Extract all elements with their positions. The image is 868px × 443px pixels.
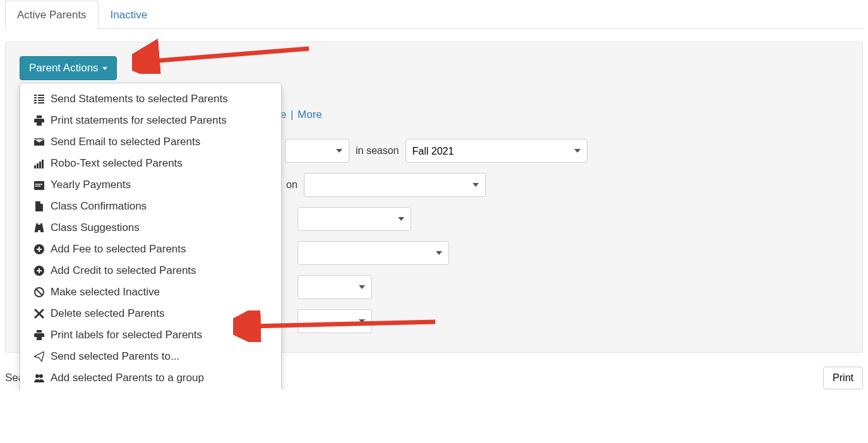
menu-yearly-payments[interactable]: Yearly Payments — [20, 174, 281, 196]
svg-rect-3 — [38, 97, 44, 98]
menu-label: Add Fee to selected Parents — [51, 243, 186, 256]
svg-rect-9 — [37, 163, 39, 168]
svg-point-29 — [39, 374, 43, 378]
menu-make-inactive[interactable]: Make selected Inactive — [20, 281, 281, 303]
menu-send-statements[interactable]: Send Statements to selected Parents — [20, 88, 281, 110]
menu-label: Delete selected Parents — [51, 307, 165, 320]
filter-select-on[interactable] — [304, 173, 486, 197]
svg-rect-14 — [37, 184, 39, 185]
menu-print-labels[interactable]: Print labels for selected Parents — [20, 324, 281, 346]
svg-rect-1 — [38, 95, 44, 96]
signal-icon — [34, 158, 44, 168]
parent-actions-button[interactable]: Parent Actions — [20, 56, 117, 80]
menu-label: Send selected Parents to... — [51, 350, 179, 363]
svg-rect-17 — [35, 186, 37, 187]
svg-rect-6 — [34, 102, 37, 103]
menu-label: Make selected Inactive — [51, 286, 160, 298]
svg-line-27 — [36, 289, 42, 295]
svg-rect-13 — [35, 184, 37, 185]
menu-add-fee[interactable]: Add Fee to selected Parents — [20, 239, 281, 260]
group-icon — [34, 373, 44, 383]
print-icon — [34, 115, 44, 126]
print-icon — [34, 330, 44, 340]
menu-label: Add selected Parents to a group — [51, 372, 204, 384]
svg-rect-25 — [37, 270, 42, 271]
separator: | — [289, 109, 294, 121]
plus-circle-icon — [34, 266, 44, 276]
menu-class-confirmations[interactable]: Class Confirmations — [20, 196, 281, 217]
envelope-icon — [34, 137, 44, 147]
menu-label: Add Credit to selected Parents — [51, 264, 196, 277]
menu-label: Class Suggestions — [51, 222, 140, 234]
print-button[interactable]: Print — [823, 367, 863, 389]
remove-icon — [34, 309, 44, 319]
svg-rect-2 — [34, 97, 37, 98]
svg-rect-5 — [38, 100, 44, 101]
filter-select-class[interactable] — [285, 139, 349, 163]
svg-rect-22 — [37, 249, 42, 250]
menu-send-to[interactable]: Send selected Parents to... — [20, 346, 281, 367]
svg-rect-7 — [38, 102, 44, 103]
filter-select-season[interactable]: Fall 2021 — [406, 139, 588, 163]
menu-print-statements[interactable]: Print statements for selected Parents — [20, 110, 281, 131]
parent-actions-label: Parent Actions — [29, 62, 99, 74]
in-season-label: in season — [356, 145, 399, 157]
tab-bar: Active Parents Inactive — [5, 0, 863, 29]
svg-rect-16 — [41, 184, 42, 185]
caret-down-icon — [102, 67, 107, 70]
menu-label: Send Email to selected Parents — [51, 136, 200, 148]
filter-select-4[interactable] — [298, 241, 449, 265]
menu-send-email[interactable]: Send Email to selected Parents — [20, 131, 281, 153]
filter-link-more[interactable]: More — [298, 109, 322, 121]
svg-rect-11 — [42, 160, 44, 168]
menu-class-suggestions[interactable]: Class Suggestions — [20, 217, 281, 239]
parent-actions-dropdown: Send Statements to selected Parents Prin… — [20, 83, 282, 389]
filter-select-3[interactable] — [298, 207, 411, 231]
svg-rect-8 — [34, 165, 36, 168]
menu-add-gift-code[interactable]: Add gift code for selected Parents — [20, 389, 281, 389]
menu-label: Robo-Text selected Parents — [51, 157, 183, 170]
menu-label: Send Statements to selected Parents — [51, 93, 228, 105]
menu-label: Print labels for selected Parents — [51, 329, 202, 341]
plus-circle-icon — [34, 244, 44, 254]
svg-rect-19 — [39, 186, 40, 187]
svg-rect-0 — [34, 95, 37, 96]
on-label: on — [286, 179, 298, 191]
svg-rect-15 — [39, 184, 40, 185]
svg-point-28 — [35, 374, 39, 378]
menu-add-credit[interactable]: Add Credit to selected Parents — [20, 260, 281, 281]
menu-robo-text[interactable]: Robo-Text selected Parents — [20, 153, 281, 174]
filter-select-6[interactable] — [298, 309, 372, 333]
filter-select-5[interactable] — [298, 275, 372, 299]
menu-label: Print statements for selected Parents — [51, 114, 227, 127]
filter-panel: Parent Actions e | More in season Fall 2… — [5, 42, 863, 353]
svg-rect-10 — [39, 162, 41, 168]
list-icon — [34, 94, 44, 104]
file-icon — [34, 201, 44, 211]
menu-label: Yearly Payments — [51, 179, 131, 191]
menu-label: Class Confirmations — [51, 200, 147, 213]
binoculars-icon — [34, 223, 44, 233]
menu-add-group[interactable]: Add selected Parents to a group — [20, 367, 281, 389]
ban-icon — [34, 287, 44, 297]
tab-active-parents[interactable]: Active Parents — [5, 1, 99, 29]
calendar-icon — [34, 180, 44, 190]
svg-rect-18 — [37, 186, 39, 187]
paper-plane-icon — [34, 351, 44, 362]
svg-rect-4 — [34, 100, 37, 101]
menu-delete[interactable]: Delete selected Parents — [20, 303, 281, 324]
annotation-arrow-top — [132, 36, 322, 74]
tab-inactive[interactable]: Inactive — [99, 1, 160, 29]
svg-line-35 — [151, 49, 309, 61]
